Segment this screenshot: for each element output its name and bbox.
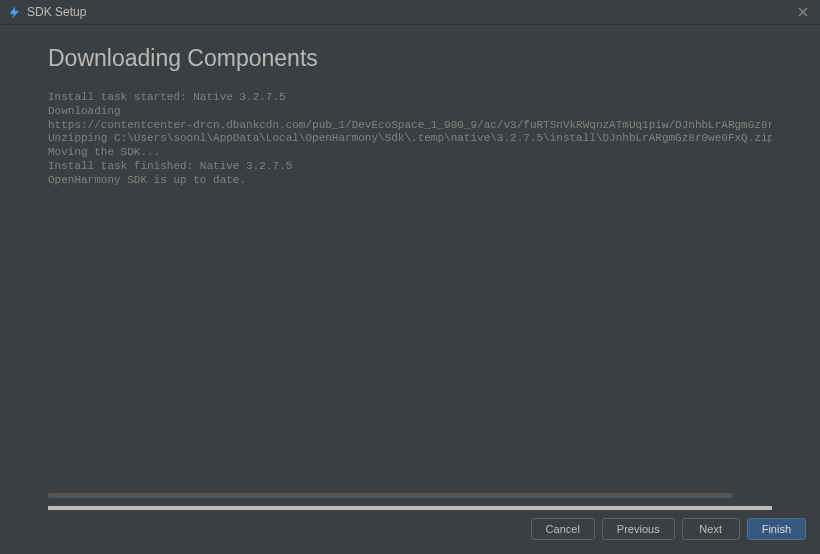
titlebar: SDK Setup [0,0,820,25]
cancel-button[interactable]: Cancel [531,518,595,540]
finish-button[interactable]: Finish [747,518,806,540]
previous-button[interactable]: Previous [602,518,675,540]
app-icon [8,6,21,19]
page-title: Downloading Components [48,45,772,72]
window-title: SDK Setup [27,5,794,19]
progress-bar [48,506,772,510]
content-area: Downloading Components Install task star… [0,25,820,510]
log-output: Install task started: Native 3.2.7.5 Dow… [48,90,772,188]
horizontal-scrollbar[interactable] [48,493,733,498]
log-container: Install task started: Native 3.2.7.5 Dow… [48,90,772,498]
footer-buttons: Cancel Previous Next Finish [531,518,806,540]
next-button[interactable]: Next [682,518,740,540]
close-icon[interactable] [794,3,812,21]
